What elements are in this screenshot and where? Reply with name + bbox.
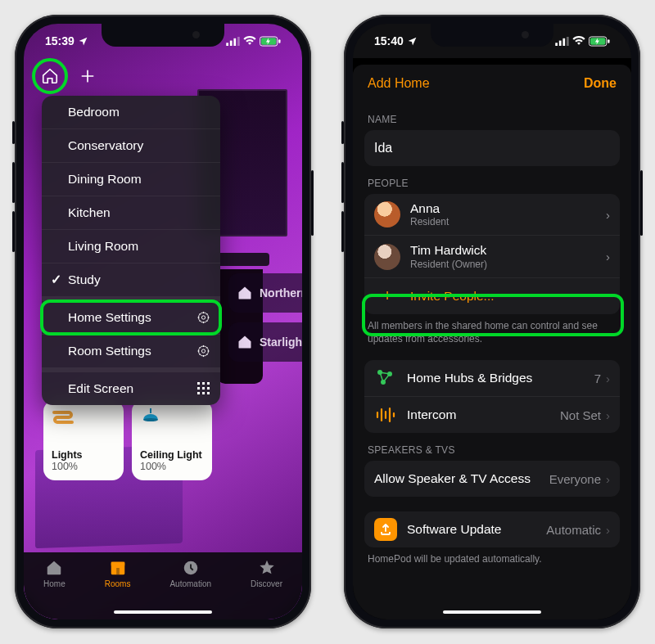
name-card: Ida xyxy=(364,130,620,166)
tab-home[interactable]: Home xyxy=(43,559,66,619)
svg-rect-28 xyxy=(202,382,205,385)
home-settings-option[interactable]: Home Settings xyxy=(42,301,220,335)
chevron-right-icon: › xyxy=(606,372,610,385)
svg-rect-29 xyxy=(207,382,210,385)
tab-discover[interactable]: Discover xyxy=(251,559,282,619)
sheet-header: Add Home Done xyxy=(353,65,631,97)
intercom-row[interactable]: Intercom Not Set› xyxy=(364,397,620,433)
home-name-value: Ida xyxy=(374,141,392,155)
room-option[interactable]: Conservatory xyxy=(42,129,220,163)
room-label: Living Room xyxy=(68,239,138,254)
person-row[interactable]: Tim Hardwick Resident (Owner) › xyxy=(364,236,620,277)
accessory-name: Ceiling Light xyxy=(140,449,204,461)
person-name: Tim Hardwick xyxy=(410,242,487,258)
svg-point-37 xyxy=(143,418,158,421)
accessory-tile[interactable]: Ceiling Light 100% xyxy=(132,400,212,480)
speaker-access-row[interactable]: Allow Speaker & TV Access Everyone› xyxy=(364,461,620,497)
automation-icon xyxy=(181,559,201,577)
add-button[interactable] xyxy=(75,63,101,89)
row-detail: Everyone xyxy=(549,472,601,486)
chevron-right-icon: › xyxy=(606,208,610,222)
svg-rect-31 xyxy=(202,387,205,390)
room-label: Bedroom xyxy=(68,105,120,119)
scene-tile-starlight[interactable]: Starlight xyxy=(228,322,302,362)
room-label: Kitchen xyxy=(68,205,111,220)
hubs-icon xyxy=(374,367,397,390)
person-role: Resident xyxy=(410,216,449,228)
notch xyxy=(102,24,224,47)
edit-screen-option[interactable]: Edit Screen xyxy=(42,372,220,405)
battery-icon xyxy=(589,36,610,47)
home-indicator[interactable] xyxy=(443,610,541,615)
chevron-right-icon: › xyxy=(606,523,610,537)
screen-home-settings: 15:40 Add Home Done NAME Ida xyxy=(353,24,631,619)
done-button[interactable]: Done xyxy=(584,76,617,91)
scene-tile-northern[interactable]: Northern xyxy=(228,273,302,313)
room-label: Dining Room xyxy=(68,172,142,187)
svg-point-18 xyxy=(201,349,205,353)
home-menu-button[interactable] xyxy=(37,63,63,89)
room-option-selected[interactable]: Study xyxy=(42,263,220,301)
svg-rect-2 xyxy=(233,38,236,45)
invite-label: Invite People... xyxy=(410,289,495,304)
svg-rect-34 xyxy=(202,392,205,394)
hubs-card: Home Hubs & Bridges 7› Intercom Not Set› xyxy=(364,360,620,433)
software-update-card: Software Update Automatic› xyxy=(364,511,620,547)
person-row[interactable]: Anna Resident › xyxy=(364,194,620,236)
accessory-tile[interactable]: Lights 100% xyxy=(43,400,124,480)
room-settings-option[interactable]: Room Settings xyxy=(42,335,220,372)
svg-rect-32 xyxy=(207,387,210,390)
room-option[interactable]: Bedroom xyxy=(42,96,220,129)
menu-label: Edit Screen xyxy=(68,381,133,396)
row-title: Software Update xyxy=(407,522,501,537)
room-option[interactable]: Dining Room xyxy=(42,163,220,196)
chevron-right-icon: › xyxy=(606,472,610,486)
plus-icon xyxy=(79,68,96,84)
section-caption-speakers: SPEAKERS & TVS xyxy=(368,444,617,456)
svg-rect-3 xyxy=(237,37,240,46)
light-strip-icon xyxy=(52,408,75,426)
people-card: Anna Resident › Tim Hardwick Resident (O… xyxy=(364,194,620,314)
room-option[interactable]: Kitchen xyxy=(42,196,220,230)
row-title: Home Hubs & Bridges xyxy=(407,371,532,385)
chevron-right-icon: › xyxy=(606,250,610,263)
svg-rect-30 xyxy=(197,387,200,390)
update-footer: HomePod will be updated automatically. xyxy=(368,552,617,565)
avatar xyxy=(374,244,400,270)
battery-icon xyxy=(260,36,281,47)
phone-right: 15:40 Add Home Done NAME Ida xyxy=(344,15,640,628)
grid-icon xyxy=(197,382,210,395)
row-detail: Automatic xyxy=(546,523,601,537)
tab-label: Home xyxy=(43,579,66,588)
home-name-field[interactable]: Ida xyxy=(364,130,620,166)
house-icon xyxy=(44,559,64,577)
svg-rect-43 xyxy=(559,40,562,45)
row-title: Intercom xyxy=(407,408,456,422)
tab-label: Discover xyxy=(251,579,282,588)
ceiling-light-icon xyxy=(140,408,163,426)
menu-label: Home Settings xyxy=(68,310,151,325)
software-update-row[interactable]: Software Update Automatic› xyxy=(364,511,620,547)
svg-rect-6 xyxy=(278,39,280,43)
svg-rect-44 xyxy=(562,38,565,45)
avatar xyxy=(374,201,400,227)
scene-label: Starlight xyxy=(260,336,302,349)
svg-rect-33 xyxy=(197,392,200,394)
location-icon xyxy=(78,36,88,47)
wifi-icon xyxy=(572,36,585,46)
phone-left: 15:39 Northern Sta xyxy=(15,15,311,628)
home-indicator[interactable] xyxy=(114,610,212,615)
plus-icon: + xyxy=(377,286,397,306)
gear-icon xyxy=(196,345,210,358)
accessory-detail: 100% xyxy=(140,461,204,472)
svg-rect-40 xyxy=(116,568,120,574)
svg-rect-0 xyxy=(226,43,228,46)
person-name: Anna xyxy=(410,200,449,216)
home-hubs-row[interactable]: Home Hubs & Bridges 7› xyxy=(364,360,620,397)
software-update-icon xyxy=(374,518,397,541)
invite-people-button[interactable]: + Invite People... xyxy=(364,278,620,314)
rooms-dropdown: Bedroom Conservatory Dining Room Kitchen… xyxy=(42,96,220,405)
menu-label: Room Settings xyxy=(68,344,151,358)
add-home-button[interactable]: Add Home xyxy=(368,76,430,91)
room-option[interactable]: Living Room xyxy=(42,230,220,263)
